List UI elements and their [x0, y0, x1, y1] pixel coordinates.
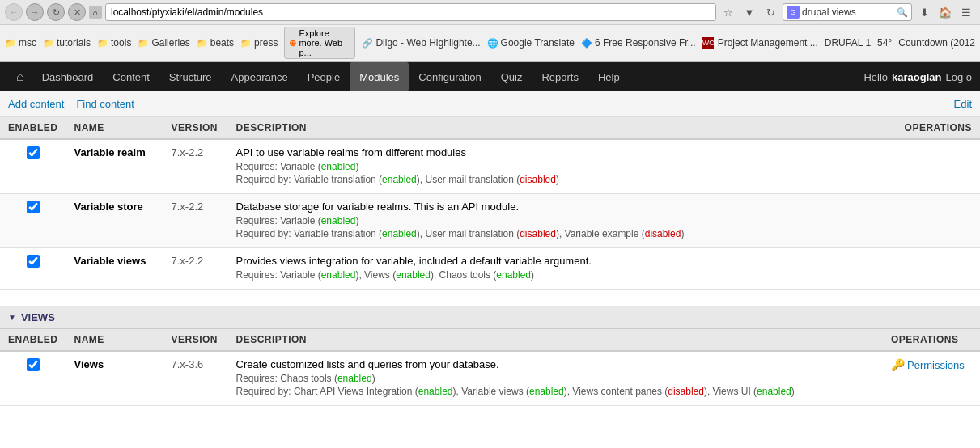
- requires-text: Requires: Variable (enabled): [236, 161, 875, 172]
- user-info: Hello karaoglan Log o: [863, 71, 972, 83]
- translate-icon: 🌐: [487, 38, 498, 49]
- bookmark-translate[interactable]: 🌐 Google Translate: [487, 37, 575, 49]
- bookmark-label: Google Translate: [501, 37, 575, 49]
- enable-checkbox[interactable]: [27, 358, 40, 371]
- greeting-text: Hello: [863, 71, 888, 83]
- ops-cell: [883, 194, 980, 248]
- nav-quiz[interactable]: Quiz: [491, 62, 532, 91]
- module-name: Variable views: [74, 255, 146, 267]
- col-description: DESCRIPTION: [228, 117, 883, 139]
- desc-main-text: Create customized lists and queries from…: [236, 358, 875, 370]
- version-cell: 7.x-2.2: [163, 248, 228, 290]
- nav-structure[interactable]: Structure: [159, 62, 222, 91]
- bookmark-temp[interactable]: 54°: [877, 37, 892, 49]
- forward-button[interactable]: →: [26, 3, 44, 21]
- version-text: 7.x-2.2: [172, 201, 204, 213]
- enable-checkbox[interactable]: [27, 201, 40, 213]
- bookmark-icon[interactable]: ▼: [740, 3, 758, 21]
- bookmark-label: 6 Free Responsive Fr...: [595, 37, 696, 49]
- search-bar[interactable]: G drupal views 🔍: [783, 3, 912, 21]
- log-out-link[interactable]: Log o: [945, 71, 972, 83]
- bookmark-msc[interactable]: 📁 msc: [5, 37, 36, 49]
- desc-main-text: API to use variable realms from differen…: [236, 146, 875, 158]
- nav-content[interactable]: Content: [103, 62, 159, 91]
- status-disabled: disabled: [645, 228, 681, 239]
- bookmark-label: Diigo - Web Highlighte...: [375, 37, 480, 49]
- url-bar[interactable]: [105, 3, 716, 21]
- views-section-title: VIEWS: [21, 311, 55, 323]
- bookmark-press[interactable]: 📁 press: [240, 37, 278, 49]
- version-cell: 7.x-2.2: [163, 139, 228, 194]
- col-operations: OPERATIONS: [883, 117, 980, 139]
- enable-checkbox[interactable]: [27, 255, 40, 268]
- enabled-cell: [0, 139, 66, 194]
- desc-cell: Database storage for variable realms. Th…: [228, 194, 883, 248]
- add-content-link[interactable]: Add content: [8, 98, 64, 110]
- reload-icon[interactable]: ↻: [762, 3, 779, 21]
- status-enabled: enabled: [321, 269, 356, 281]
- bookmark-galleries[interactable]: 📁 Galleries: [138, 37, 189, 49]
- bookmark-responsive[interactable]: 🔷 6 Free Responsive Fr...: [581, 37, 696, 49]
- bookmark-tools[interactable]: 📁 tools: [97, 37, 131, 49]
- bookmark-tutorials[interactable]: 📁 tutorials: [43, 37, 91, 49]
- bookmark-project[interactable]: WOL Project Management ...: [702, 37, 818, 49]
- status-disabled: disabled: [520, 174, 556, 185]
- enabled-cell: [0, 194, 66, 248]
- browser-toolbar: ← → ↻ ✕ ⌂ ☆ ▼ ↻ G drupal views 🔍 ⬇ 🏠 ☰: [0, 0, 980, 25]
- nav-people[interactable]: People: [298, 62, 350, 91]
- permissions-link[interactable]: 🔑 Permissions: [891, 358, 972, 371]
- menu-icon[interactable]: ☰: [957, 3, 975, 21]
- bookmark-countdown[interactable]: Countdown (2012: [898, 37, 975, 49]
- edit-shortcut-link[interactable]: Edit: [954, 98, 972, 110]
- nav-configuration[interactable]: Configuration: [409, 62, 490, 91]
- desc-cell: Create customized lists and queries from…: [228, 351, 883, 406]
- col-version: VERSION: [163, 329, 228, 351]
- status-disabled: disabled: [520, 228, 556, 239]
- required-by-text: Required by: Variable translation (enabl…: [236, 228, 875, 239]
- module-name-cell: Views: [66, 351, 163, 406]
- enable-checkbox[interactable]: [27, 146, 40, 159]
- status-disabled: disabled: [668, 386, 704, 397]
- nav-modules[interactable]: Modules: [350, 62, 409, 91]
- download-icon[interactable]: ⬇: [915, 3, 933, 21]
- username[interactable]: karaoglan: [892, 71, 941, 83]
- views-section: ▼ VIEWS ENABLED NAME VERSION DESCRIPTION…: [0, 306, 980, 414]
- refresh-button[interactable]: ↻: [47, 3, 65, 21]
- version-text: 7.x-2.2: [172, 255, 204, 267]
- stop-button[interactable]: ✕: [68, 3, 86, 21]
- nav-help[interactable]: Help: [588, 62, 630, 91]
- folder-icon: 📁: [138, 38, 149, 49]
- star-icon[interactable]: ☆: [719, 3, 737, 21]
- nav-dashboard[interactable]: Dashboard: [32, 62, 104, 91]
- status-enabled: enabled: [321, 215, 356, 226]
- desc-cell: Provides views integration for variable,…: [228, 248, 883, 290]
- explore-button[interactable]: ⊕ Explore more. Web p...: [284, 27, 355, 59]
- status-enabled: enabled: [418, 386, 453, 397]
- admin-home-icon[interactable]: ⌂: [8, 70, 32, 84]
- bookmark-label: Countdown (2012: [898, 37, 975, 49]
- module-name-cell: Variable views: [66, 248, 163, 290]
- main-content: ENABLED NAME VERSION DESCRIPTION OPERATI…: [0, 117, 980, 414]
- version-cell: 7.x-3.6: [163, 351, 228, 406]
- bookmark-drupal[interactable]: DRUPAL 1: [825, 37, 871, 49]
- status-enabled: enabled: [529, 386, 564, 397]
- admin-navbar: ⌂ Dashboard Content Structure Appearance…: [0, 62, 980, 91]
- bookmark-diigo[interactable]: 🔗 Diigo - Web Highlighte...: [362, 37, 480, 49]
- desc-main-text: Provides views integration for variable,…: [236, 255, 875, 267]
- folder-icon: 📁: [43, 38, 54, 49]
- requires-text: Requires: Chaos tools (enabled): [236, 373, 875, 384]
- back-button[interactable]: ←: [5, 3, 23, 21]
- bookmark-label: press: [254, 37, 278, 49]
- requires-text: Requires: Variable (enabled): [236, 215, 875, 226]
- find-content-link[interactable]: Find content: [76, 98, 134, 110]
- col-enabled: ENABLED: [0, 329, 66, 351]
- home-button[interactable]: ⌂: [89, 6, 102, 19]
- collapse-triangle[interactable]: ▼: [8, 313, 16, 322]
- bookmark-beats[interactable]: 📁 beats: [197, 37, 234, 49]
- nav-reports[interactable]: Reports: [532, 62, 588, 91]
- ops-cell: [883, 248, 980, 290]
- search-submit[interactable]: 🔍: [897, 7, 908, 18]
- requires-text: Requires: Variable (enabled), Views (ena…: [236, 269, 875, 281]
- nav-appearance[interactable]: Appearance: [222, 62, 298, 91]
- home-nav-icon[interactable]: 🏠: [936, 3, 954, 21]
